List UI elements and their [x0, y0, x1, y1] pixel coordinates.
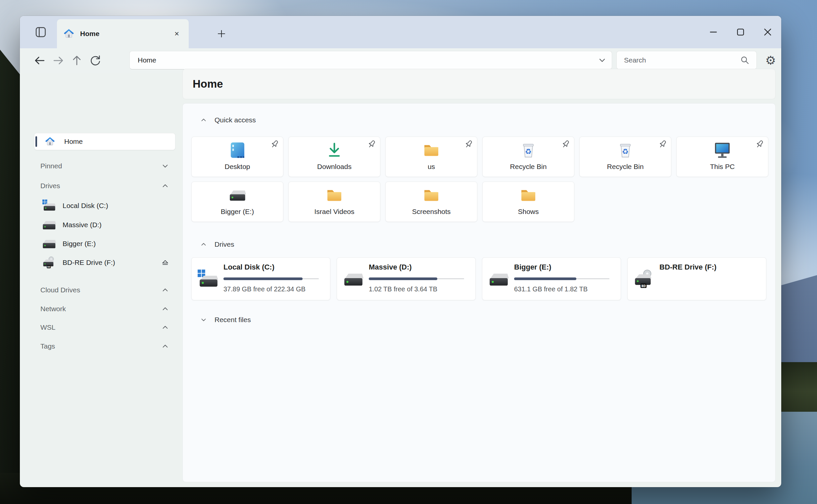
chevron-up-icon[interactable] — [159, 341, 171, 352]
sidebar-item-drives[interactable]: Drives — [34, 178, 175, 194]
page-header: Home — [182, 69, 776, 99]
sidebar-item-bd-re-drive-f[interactable]: BD-RE Drive (F:) — [34, 255, 175, 271]
close-button[interactable] — [754, 16, 781, 48]
forward-button[interactable] — [49, 52, 67, 69]
sidebar-item-bigger-e[interactable]: Bigger (E:) — [34, 236, 175, 252]
drive-card-bd-re-drive-f[interactable]: BD-RE Drive (F:) — [627, 257, 766, 300]
sidebar-item-massive-d[interactable]: Massive (D:) — [34, 217, 175, 233]
refresh-button[interactable] — [86, 52, 105, 69]
quick-access-card-this-pc[interactable]: This PC — [676, 137, 768, 177]
sidebar-item-cloud-drives[interactable]: Cloud Drives — [34, 282, 175, 298]
quick-access-card-israel-videos[interactable]: Israel Videos — [288, 182, 380, 222]
drive-usage-bar — [369, 277, 464, 280]
pin-icon[interactable] — [463, 139, 474, 150]
back-icon — [32, 53, 47, 68]
card-label: Bigger (E:) — [192, 208, 283, 216]
drive-usage-bar — [514, 277, 609, 280]
close-icon — [760, 25, 775, 39]
file-explorer-window: Home × — [20, 16, 781, 487]
quick-access-card-downloads[interactable]: Downloads — [288, 137, 380, 177]
quick-access-header[interactable]: Quick access — [183, 114, 775, 126]
minimize-button[interactable] — [700, 16, 727, 48]
sidebar-group-label: Tags — [40, 342, 55, 350]
pin-icon[interactable] — [560, 139, 571, 150]
drive-icon — [488, 269, 509, 289]
chevron-up-icon[interactable] — [159, 284, 171, 296]
sidebar-item-local-disk-c[interactable]: Local Disk (C:) — [34, 198, 175, 214]
sidebar-item-tags[interactable]: Tags — [34, 338, 175, 354]
sidebar-group-label: Cloud Drives — [40, 286, 80, 294]
up-icon — [69, 53, 84, 68]
drives-header[interactable]: Drives — [183, 238, 775, 250]
eject-icon[interactable] — [159, 257, 171, 268]
card-label: This PC — [677, 163, 768, 171]
titlebar[interactable]: Home × — [20, 16, 781, 48]
sidebar-item-home[interactable]: Home — [34, 133, 175, 150]
quick-access-card-desktop[interactable]: Desktop — [191, 137, 283, 177]
pin-icon[interactable] — [269, 139, 280, 150]
card-label: us — [386, 163, 477, 171]
settings-button[interactable]: ⚙ — [761, 51, 780, 69]
recent-files-header[interactable]: Recent files — [183, 314, 775, 326]
minimize-icon — [706, 25, 721, 39]
folder-icon — [422, 186, 441, 204]
drive-icon — [41, 237, 57, 250]
card-label: Recycle Bin — [483, 163, 574, 171]
sidebar-item-wsl[interactable]: WSL — [34, 319, 175, 335]
maximize-button[interactable] — [727, 16, 754, 48]
pin-icon[interactable] — [366, 139, 377, 150]
up-button[interactable] — [67, 52, 86, 69]
folder-icon — [325, 186, 344, 204]
quick-access-card-shows[interactable]: Shows — [482, 182, 574, 222]
chevron-down-icon[interactable] — [596, 54, 608, 66]
tab-close-button[interactable]: × — [171, 28, 183, 40]
new-tab-button[interactable] — [214, 26, 230, 42]
quick-access-card-us[interactable]: us — [385, 137, 477, 177]
quick-access-frequent-row: Bigger (E:)Israel VideosScreenshotsShows — [191, 182, 574, 222]
card-label: Shows — [483, 208, 574, 216]
drive-free-space: 1.02 TB free of 3.64 TB — [369, 285, 437, 293]
quick-access-card-recycle-bin[interactable]: Recycle Bin — [579, 137, 671, 177]
quick-access-card-bigger-e-[interactable]: Bigger (E:) — [191, 182, 283, 222]
tab-home[interactable]: Home × — [57, 19, 189, 48]
chevron-up-icon[interactable] — [198, 115, 209, 125]
sidebar-group-label: WSL — [40, 323, 56, 331]
search-input[interactable]: Search — [617, 51, 757, 69]
chevron-up-icon[interactable] — [159, 322, 171, 333]
drive-bd-icon — [41, 256, 57, 269]
tab-list-button[interactable] — [32, 24, 49, 40]
chevron-down-icon[interactable] — [198, 315, 209, 325]
drive-card-bigger-e[interactable]: Bigger (E:)631.1 GB free of 1.82 TB — [482, 257, 621, 300]
recycle-icon — [519, 141, 537, 159]
drive-icon — [228, 186, 247, 204]
tab-title: Home — [80, 30, 171, 38]
monitor-icon — [713, 141, 732, 159]
plus-icon — [215, 27, 228, 40]
chevron-down-icon[interactable] — [159, 160, 171, 172]
usage-fill — [369, 277, 437, 280]
drive-card-local-disk-c[interactable]: Local Disk (C:)37.89 GB free of 222.34 G… — [191, 257, 330, 300]
drive-icon — [342, 269, 364, 289]
usage-fill — [514, 277, 576, 280]
drive-name: Local Disk (C:) — [224, 263, 275, 272]
sidebar-item-network[interactable]: Network — [34, 301, 175, 317]
pin-icon[interactable] — [754, 139, 765, 150]
chevron-up-icon[interactable] — [198, 239, 209, 249]
pin-icon[interactable] — [657, 139, 668, 150]
page-title: Home — [193, 78, 223, 90]
address-bar[interactable]: Home — [129, 51, 612, 69]
quick-access-pinned-row: DesktopDownloadsusRecycle BinRecycle Bin… — [191, 137, 768, 177]
gear-icon: ⚙ — [765, 54, 776, 67]
sidebar-group-label: Network — [40, 305, 66, 313]
drive-card-massive-d[interactable]: Massive (D:)1.02 TB free of 3.64 TB — [337, 257, 476, 300]
chevron-up-icon[interactable] — [159, 303, 171, 315]
chevron-up-icon[interactable] — [159, 180, 171, 191]
sidebar-item-label: Massive (D:) — [63, 221, 102, 229]
forward-icon — [51, 53, 65, 68]
card-label: Israel Videos — [289, 208, 380, 216]
drive-win-icon — [41, 199, 57, 212]
back-button[interactable] — [30, 52, 49, 69]
quick-access-card-screenshots[interactable]: Screenshots — [385, 182, 477, 222]
sidebar-item-pinned[interactable]: Pinned — [34, 158, 175, 174]
quick-access-card-recycle-bin[interactable]: Recycle Bin — [482, 137, 574, 177]
